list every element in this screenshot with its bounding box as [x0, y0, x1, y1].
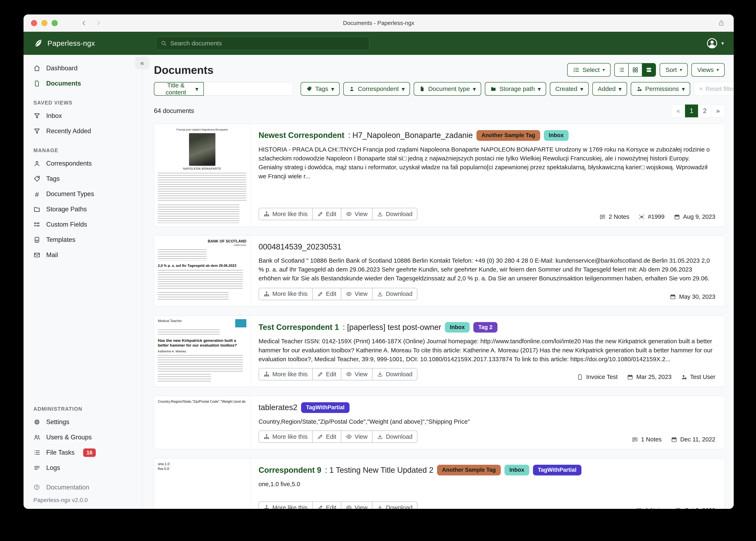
correspondent-link[interactable]: Test Correspondent 1 — [259, 322, 339, 332]
document-title-text[interactable]: tablerates2 — [259, 403, 297, 412]
pagination-page-2[interactable]: 2 — [698, 105, 711, 117]
tag-icon — [33, 175, 40, 182]
more-like-this-button[interactable]: More like this — [259, 430, 313, 443]
download-button[interactable]: Download — [372, 288, 417, 300]
select-button[interactable]: Select ▾ — [567, 63, 611, 77]
permissions-filter-button[interactable]: Permissions ▾ — [631, 82, 690, 96]
tag-pill[interactable]: Inbox — [445, 322, 470, 333]
download-button[interactable]: Download — [372, 208, 417, 220]
document-title-text[interactable]: 0004814539_20230531 — [259, 242, 341, 252]
user-menu[interactable]: ▾ — [706, 37, 724, 49]
correspondent-link[interactable]: Newest Correspondent — [259, 131, 344, 140]
created-filter-button[interactable]: Created ▾ — [550, 82, 589, 96]
sidebar-item-users-groups[interactable]: Users & Groups — [24, 430, 142, 445]
share-icon[interactable] — [718, 20, 725, 26]
pagination-prev[interactable]: « — [672, 105, 685, 117]
more-like-this-button[interactable]: More like this — [259, 368, 313, 380]
document-title-text[interactable]: : H7_Napoleon_Bonaparte_zadanie — [348, 131, 473, 140]
sidebar-item-inbox[interactable]: Inbox — [24, 108, 142, 124]
minimize-window-button[interactable] — [41, 20, 47, 26]
tags-filter-button[interactable]: Tags ▾ — [301, 82, 339, 96]
storage-path-filter-button[interactable]: Storage path ▾ — [485, 82, 546, 96]
tag-pill[interactable]: Another Sample Tag — [437, 465, 501, 475]
sidebar-item-correspondents[interactable]: Correspondents — [24, 156, 142, 171]
correspondent-link[interactable]: Correspondent 9 — [259, 465, 321, 475]
tag-pill[interactable]: Another Sample Tag — [476, 130, 540, 141]
file-tasks-badge: 16 — [83, 448, 96, 457]
views-button[interactable]: Views ▾ — [691, 63, 725, 77]
sidebar-item-documents[interactable]: Documents — [24, 76, 142, 91]
sidebar-item-settings[interactable]: Settings — [24, 414, 142, 430]
app-brand[interactable]: Paperless-ngx — [33, 39, 95, 48]
sidebar-item-storage-paths[interactable]: Storage Paths — [24, 202, 142, 217]
sidebar-item-dashboard[interactable]: Dashboard — [24, 61, 142, 76]
view-button[interactable]: View — [341, 430, 372, 443]
pagination-page-1[interactable]: 1 — [685, 105, 698, 117]
more-like-this-button[interactable]: More like this — [259, 208, 313, 220]
document-type-value[interactable]: Invoice Test — [577, 373, 618, 380]
tag-pill[interactable]: Inbox — [504, 465, 529, 475]
global-search[interactable] — [156, 37, 369, 50]
tag-pill[interactable]: TagWithPartial — [301, 402, 350, 413]
correspondent-filter-button[interactable]: Correspondent ▾ — [343, 82, 410, 96]
view-mode-list[interactable] — [615, 64, 628, 76]
notes-count[interactable]: 1 Notes — [636, 507, 666, 509]
sidebar-item-templates[interactable]: Templates — [24, 232, 142, 248]
document-thumbnail[interactable]: one,1.0 five,5.0 — [154, 458, 250, 509]
more-like-this-button[interactable]: More like this — [259, 288, 313, 300]
title-content-filter-input[interactable] — [204, 82, 293, 96]
view-button[interactable]: View — [341, 368, 372, 380]
zoom-window-button[interactable] — [52, 20, 58, 26]
reset-filters-button[interactable]: × Reset filters — [694, 82, 734, 96]
document-thumbnail[interactable]: Country,Region/State,"Zip/Postal Code","… — [154, 396, 250, 449]
edit-button[interactable]: Edit — [312, 208, 341, 220]
sort-button[interactable]: Sort ▾ — [660, 63, 688, 77]
view-mode-grid[interactable] — [628, 64, 642, 76]
document-type-filter-button[interactable]: Document type ▾ — [414, 82, 481, 96]
tag-pill[interactable]: Tag 2 — [473, 322, 497, 333]
download-button[interactable]: Download — [372, 501, 417, 509]
notes-count[interactable]: 2 Notes — [599, 214, 629, 220]
sidebar-item-documentation[interactable]: Documentation — [24, 481, 142, 494]
notes-count[interactable]: 1 Notes — [632, 436, 662, 443]
eye-icon — [346, 504, 352, 509]
document-title-text[interactable]: : [paperless] test post-owner — [343, 322, 441, 332]
sidebar-item-mail[interactable]: Mail — [24, 248, 142, 263]
pagination-next[interactable]: » — [711, 105, 724, 117]
download-button[interactable]: Download — [372, 368, 417, 380]
close-window-button[interactable] — [31, 20, 37, 26]
sidebar-collapse-button[interactable]: « — [135, 57, 149, 69]
edit-button[interactable]: Edit — [312, 288, 341, 300]
download-icon — [377, 504, 383, 509]
document-thumbnail[interactable]: Francja pod rządami Napoleona Bonaparte … — [154, 124, 250, 227]
view-button[interactable]: View — [341, 501, 372, 509]
sidebar-item-logs[interactable]: Logs — [24, 460, 142, 475]
barcode-icon — [638, 214, 645, 220]
sidebar-item-custom-fields[interactable]: Custom Fields — [24, 217, 142, 232]
folder-icon — [33, 206, 40, 213]
browser-forward-icon[interactable] — [95, 20, 102, 26]
sidebar-item-document-types[interactable]: # Document Types — [24, 186, 142, 202]
more-like-this-button[interactable]: More like this — [259, 501, 313, 509]
sidebar-item-tags[interactable]: Tags — [24, 171, 142, 186]
document-card: Medical Teacher Has the new Kirkpatrick … — [154, 316, 725, 387]
edit-button[interactable]: Edit — [312, 368, 341, 380]
sidebar-item-recently-added[interactable]: Recently Added — [24, 124, 142, 139]
added-filter-button[interactable]: Added ▾ — [592, 82, 627, 96]
view-button[interactable]: View — [341, 288, 372, 300]
view-mode-details[interactable] — [642, 64, 656, 76]
edit-button[interactable]: Edit — [312, 501, 341, 509]
edit-button[interactable]: Edit — [312, 430, 341, 443]
document-title-text[interactable]: : 1 Testing New Title Updated 2 — [325, 465, 433, 475]
search-input[interactable] — [170, 40, 365, 47]
eye-icon — [346, 291, 352, 297]
download-button[interactable]: Download — [372, 430, 417, 443]
document-thumbnail[interactable]: Medical Teacher Has the new Kirkpatrick … — [154, 316, 250, 387]
view-button[interactable]: View — [341, 208, 372, 220]
title-content-filter-button[interactable]: Title & content ▾ — [154, 82, 204, 96]
browser-back-icon[interactable] — [81, 20, 87, 26]
document-thumbnail[interactable]: BANK OF SCOTLAND 10886 Berlin 2,0 % p. a… — [154, 236, 250, 306]
tag-pill[interactable]: TagWithPartial — [533, 465, 581, 475]
tag-pill[interactable]: Inbox — [544, 130, 569, 141]
sidebar-item-file-tasks[interactable]: File Tasks 16 — [24, 445, 142, 460]
